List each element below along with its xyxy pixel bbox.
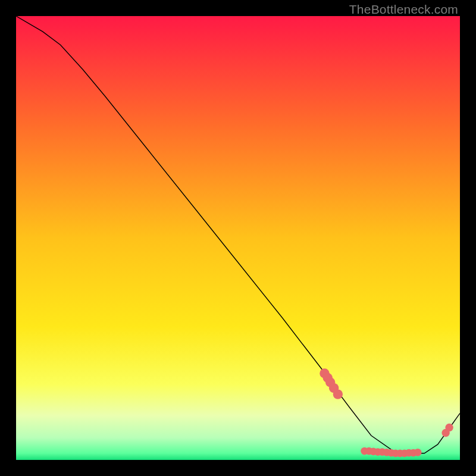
- bottleneck-curve-path: [16, 16, 460, 453]
- marker-group: [320, 368, 453, 457]
- plot-area: [16, 16, 460, 460]
- marker-cluster-c: [445, 424, 453, 431]
- curve-layer: [16, 16, 460, 460]
- marker-cluster-a: [333, 389, 343, 399]
- chart-stage: TheBottleneck.com: [0, 0, 476, 476]
- marker-cluster-b: [414, 449, 422, 456]
- watermark-text: TheBottleneck.com: [349, 2, 458, 17]
